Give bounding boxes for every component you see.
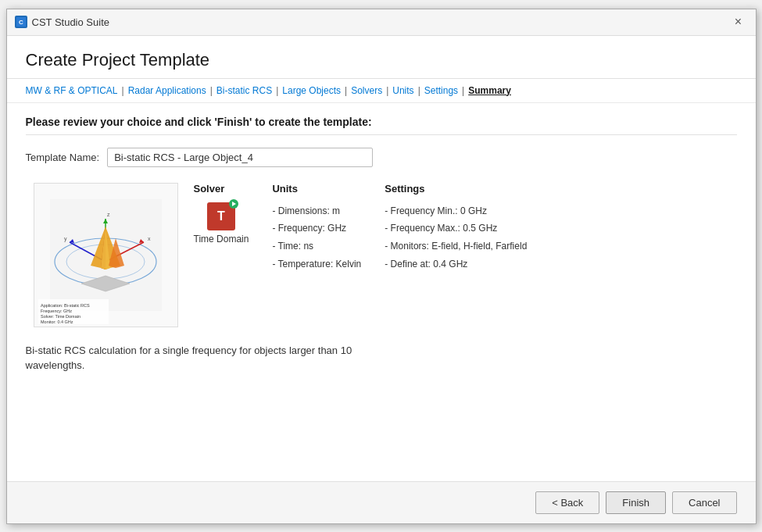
finish-button[interactable]: Finish	[606, 491, 666, 514]
unit-dimensions: - Dimensions: m	[272, 202, 361, 220]
setting-monitors: - Monitors: E-field, H-field, Farfield	[385, 237, 527, 255]
section-title: Please review your choice and click 'Fin…	[26, 116, 737, 135]
svg-text:Frequency: GHz: Frequency: GHz	[41, 309, 72, 313]
breadcrumb-sep-3: |	[276, 85, 278, 96]
breadcrumb-units[interactable]: Units	[392, 85, 413, 96]
dialog-title: Create Project Template	[7, 36, 756, 79]
title-bar: C CST Studio Suite ×	[7, 9, 756, 36]
units-col-header: Units	[272, 183, 361, 195]
solver-icon: T	[207, 202, 235, 230]
settings-col-header: Settings	[385, 183, 527, 195]
template-name-input[interactable]	[107, 148, 373, 167]
svg-text:y: y	[64, 236, 67, 242]
unit-temperature: - Temperature: Kelvin	[272, 255, 361, 273]
main-content: Please review your choice and click 'Fin…	[7, 103, 756, 481]
breadcrumb-sep-7: |	[462, 85, 464, 96]
svg-text:C: C	[19, 19, 23, 26]
svg-text:Monitor: 0.4 GHz: Monitor: 0.4 GHz	[41, 320, 73, 324]
cancel-button[interactable]: Cancel	[672, 491, 736, 514]
svg-text:z: z	[107, 212, 110, 217]
svg-text:Application: Bi-static RCS: Application: Bi-static RCS	[41, 303, 90, 308]
template-name-row: Template Name:	[26, 148, 737, 167]
title-bar-left: C CST Studio Suite	[15, 16, 109, 28]
solver-column: Solver T Time Domain	[194, 183, 249, 245]
footer: < Back Finish Cancel	[7, 481, 756, 523]
template-name-label: Template Name:	[26, 152, 100, 163]
description-text: Bi-static RCS calculation for a single f…	[26, 343, 401, 373]
breadcrumb-solvers[interactable]: Solvers	[351, 85, 382, 96]
breadcrumb: MW & RF & OPTICAL | Radar Applications |…	[7, 79, 756, 103]
close-button[interactable]: ×	[729, 12, 748, 31]
setting-freq-max: - Frequency Max.: 0.5 GHz	[385, 220, 527, 237]
breadcrumb-large-objects[interactable]: Large Objects	[282, 85, 341, 96]
breadcrumb-radar[interactable]: Radar Applications	[128, 85, 206, 96]
breadcrumb-bistatic[interactable]: Bi-static RCS	[216, 85, 272, 96]
solver-name: Time Domain	[194, 234, 249, 245]
units-list: - Dimensions: m - Frequency: GHz - Time:…	[272, 202, 361, 273]
breadcrumb-sep-1: |	[122, 85, 124, 96]
content-area: Create Project Template MW & RF & OPTICA…	[7, 36, 756, 481]
svg-text:x: x	[148, 236, 151, 241]
breadcrumb-sep-4: |	[345, 85, 347, 96]
play-badge-icon	[229, 199, 238, 209]
unit-time: - Time: ns	[272, 237, 361, 255]
setting-freq-min: - Frequency Min.: 0 GHz	[385, 202, 527, 220]
breadcrumb-mw-rf[interactable]: MW & RF & OPTICAL	[26, 85, 118, 96]
unit-frequency: - Frequency: GHz	[272, 220, 361, 237]
breadcrumb-settings[interactable]: Settings	[424, 85, 458, 96]
setting-define-at: - Define at: 0.4 GHz	[385, 255, 527, 273]
svg-text:Solver: Time Domain: Solver: Time Domain	[41, 314, 80, 319]
preview-image: x y z Application: Bi-static RCS Frequen…	[34, 183, 178, 327]
breadcrumb-sep-5: |	[386, 85, 388, 96]
breadcrumb-summary[interactable]: Summary	[468, 85, 511, 96]
window-title: CST Studio Suite	[32, 16, 109, 28]
app-icon: C	[15, 16, 27, 28]
units-column: Units - Dimensions: m - Frequency: GHz -…	[272, 183, 361, 273]
breadcrumb-sep-2: |	[210, 85, 213, 96]
summary-columns: Solver T Time Domain Units	[194, 183, 551, 273]
solver-col-header: Solver	[194, 183, 249, 195]
settings-column: Settings - Frequency Min.: 0 GHz - Frequ…	[385, 183, 527, 273]
back-button[interactable]: < Back	[535, 491, 599, 514]
breadcrumb-sep-6: |	[418, 85, 420, 96]
main-window: C CST Studio Suite × Create Project Temp…	[6, 9, 757, 524]
settings-list: - Frequency Min.: 0 GHz - Frequency Max.…	[385, 202, 527, 273]
